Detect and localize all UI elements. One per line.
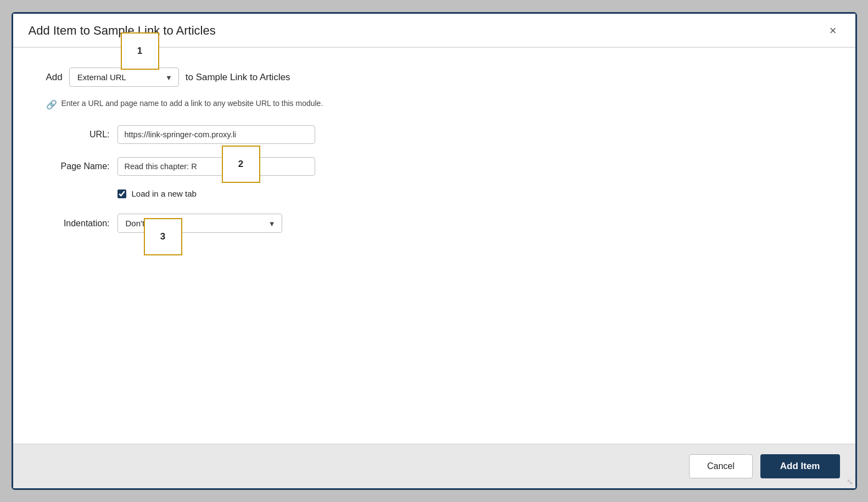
- modal-body: 1 2 3 Add External URL Internal Page Fil…: [13, 48, 855, 444]
- load-new-tab-row: Load in a new tab: [46, 189, 829, 198]
- modal-footer: Cancel Add Item ⤡: [13, 444, 855, 488]
- hint-row: 🔗 Enter a URL and page name to add a lin…: [46, 99, 829, 110]
- resize-handle-icon: ⤡: [847, 477, 853, 486]
- annotation-box-1: 1: [121, 32, 159, 70]
- load-new-tab-checkbox[interactable]: [117, 189, 126, 198]
- load-new-tab-label: Load in a new tab: [132, 189, 197, 198]
- cancel-button[interactable]: Cancel: [689, 454, 753, 478]
- annotation-box-3: 3: [144, 218, 182, 255]
- page-name-field-row: Page Name:: [46, 157, 829, 176]
- close-button[interactable]: ×: [826, 24, 840, 38]
- type-select[interactable]: External URL Internal Page File Manual: [69, 68, 179, 87]
- add-type-row: Add External URL Internal Page File Manu…: [46, 68, 829, 87]
- link-icon: 🔗: [46, 99, 57, 110]
- type-select-wrapper: External URL Internal Page File Manual ▼: [69, 68, 179, 87]
- url-field-row: URL:: [46, 125, 829, 144]
- indentation-label: Indentation:: [46, 219, 117, 228]
- add-item-button[interactable]: Add Item: [760, 454, 840, 478]
- to-label: to Sample Link to Articles: [186, 72, 290, 83]
- page-name-input[interactable]: [117, 157, 315, 176]
- indentation-select-wrapper: Don't Indent Indent 1 Indent 2 Indent 3 …: [117, 214, 282, 233]
- add-label: Add: [46, 72, 63, 83]
- modal-dialog: Add Item to Sample Link to Articles × 1 …: [12, 12, 857, 490]
- hint-text: Enter a URL and page name to add a link …: [61, 99, 323, 108]
- indentation-select[interactable]: Don't Indent Indent 1 Indent 2 Indent 3: [117, 214, 282, 233]
- url-input[interactable]: [117, 125, 315, 144]
- page-name-label: Page Name:: [46, 161, 117, 171]
- annotation-box-2: 2: [222, 146, 260, 183]
- url-label: URL:: [46, 130, 117, 140]
